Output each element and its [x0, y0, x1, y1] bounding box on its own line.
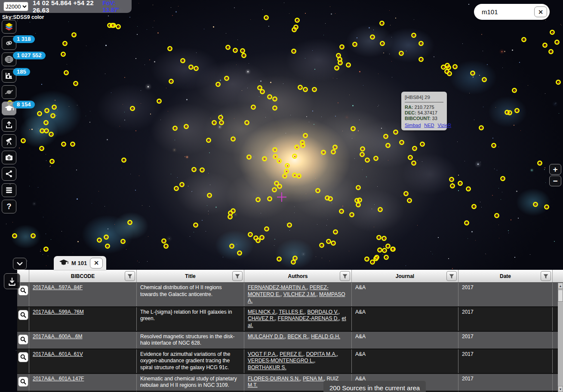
source-marker[interactable]	[291, 259, 296, 265]
source-marker[interactable]	[167, 46, 172, 51]
source-marker[interactable]	[50, 113, 55, 118]
source-marker[interactable]	[505, 110, 510, 115]
source-marker[interactable]	[21, 138, 26, 143]
author-link[interactable]: VERDES-MONTENEGRO L.	[248, 358, 314, 364]
help-button[interactable]: ?	[2, 200, 16, 213]
tab-close-button[interactable]: ✕	[90, 258, 103, 269]
source-marker[interactable]	[273, 154, 278, 159]
source-marker[interactable]	[346, 62, 351, 68]
source-marker[interactable]	[43, 247, 49, 252]
source-marker[interactable]	[321, 150, 326, 155]
source-marker[interactable]	[351, 126, 356, 131]
source-marker[interactable]	[40, 128, 45, 133]
source-marker[interactable]	[537, 161, 542, 166]
scrollbar-thumb[interactable]	[558, 290, 563, 302]
source-marker[interactable]	[550, 30, 555, 35]
source-marker[interactable]	[225, 45, 231, 50]
source-marker[interactable]	[188, 65, 194, 70]
source-marker[interactable]	[411, 33, 416, 38]
source-marker[interactable]	[464, 220, 469, 225]
source-marker[interactable]	[533, 202, 538, 207]
source-marker[interactable]	[418, 57, 424, 62]
source-marker[interactable]	[267, 94, 272, 99]
author-link[interactable]: BECK R.	[287, 333, 308, 340]
source-marker[interactable]	[161, 238, 166, 244]
author-link[interactable]: PEREZ E.	[280, 351, 303, 357]
source-marker[interactable]	[105, 244, 110, 249]
source-marker[interactable]	[403, 191, 409, 196]
source-marker[interactable]	[228, 214, 233, 219]
source-marker[interactable]	[294, 145, 299, 150]
vizier-link[interactable]: VizieR	[438, 123, 452, 128]
source-marker[interactable]	[303, 87, 308, 92]
source-marker[interactable]	[466, 186, 471, 191]
source-marker[interactable]	[360, 146, 365, 151]
source-marker[interactable]	[120, 239, 126, 244]
source-marker[interactable]	[450, 183, 455, 188]
source-marker[interactable]	[380, 41, 385, 46]
source-marker[interactable]	[255, 238, 261, 243]
source-marker[interactable]	[319, 243, 324, 248]
source-marker[interactable]	[328, 196, 333, 201]
table-scrollbar[interactable]: ▲ ▼	[558, 283, 563, 392]
export-table-button[interactable]	[4, 273, 20, 289]
source-marker[interactable]	[104, 235, 109, 240]
source-marker[interactable]	[449, 177, 454, 182]
source-marker[interactable]	[191, 167, 197, 172]
source-marker[interactable]	[390, 247, 395, 252]
source-marker[interactable]	[408, 155, 413, 160]
source-marker[interactable]	[298, 85, 303, 90]
source-marker[interactable]	[207, 193, 212, 198]
source-marker[interactable]	[479, 125, 484, 130]
bibcode-link[interactable]: 2017A&A...597A..84F	[33, 284, 83, 290]
source-marker[interactable]	[169, 79, 174, 84]
source-marker[interactable]	[43, 120, 49, 125]
source-marker[interactable]	[548, 49, 554, 54]
source-marker[interactable]	[212, 120, 217, 125]
source-marker[interactable]	[399, 51, 404, 56]
source-marker[interactable]	[248, 232, 253, 237]
layers-button[interactable]	[2, 20, 16, 34]
source-marker[interactable]	[303, 133, 308, 138]
source-marker[interactable]	[385, 143, 391, 148]
source-marker[interactable]	[163, 244, 169, 249]
source-marker[interactable]	[349, 212, 354, 217]
source-marker[interactable]	[300, 143, 305, 148]
source-marker[interactable]	[333, 229, 338, 235]
author-link[interactable]: DOPITA M.A.	[306, 351, 337, 357]
source-marker[interactable]	[482, 77, 487, 82]
source-marker[interactable]	[194, 66, 199, 71]
ned-link[interactable]: NED	[424, 123, 434, 128]
upload-button[interactable]	[2, 118, 16, 132]
source-marker[interactable]	[377, 247, 382, 253]
source-marker[interactable]	[385, 244, 391, 249]
source-marker[interactable]	[52, 105, 57, 110]
bibcode-link[interactable]: 2017A&A...601A..61V	[33, 351, 83, 357]
source-marker[interactable]	[231, 136, 236, 142]
source-marker[interactable]	[71, 32, 77, 37]
source-marker[interactable]	[206, 138, 211, 143]
filter-bibcode-button[interactable]	[125, 271, 135, 281]
zoom-in-button[interactable]: +	[549, 164, 561, 175]
author-link[interactable]: HEALD G.H.	[311, 333, 340, 340]
source-marker[interactable]	[179, 182, 185, 187]
source-marker[interactable]	[285, 163, 290, 168]
author-link[interactable]: PENA M.	[303, 376, 324, 382]
source-marker[interactable]	[255, 197, 261, 202]
source-marker[interactable]	[282, 173, 287, 179]
source-marker[interactable]	[251, 105, 256, 110]
source-marker[interactable]	[264, 226, 269, 231]
zoom-to-source-button[interactable]	[18, 334, 28, 345]
bibcode-link[interactable]: 2017A&A...600A...6M	[33, 333, 82, 340]
scroll-down-button[interactable]: ▼	[558, 386, 563, 392]
vizier-catalog-button[interactable]: 1 027 552	[2, 52, 16, 66]
source-marker[interactable]	[267, 196, 272, 201]
source-marker[interactable]	[370, 34, 375, 40]
author-link[interactable]: VILCHEZ J.M.	[283, 291, 317, 297]
source-marker[interactable]	[277, 256, 282, 262]
simbad-link[interactable]: Simbad	[405, 123, 421, 128]
source-marker[interactable]	[116, 24, 121, 29]
filter-journal-button[interactable]	[446, 271, 457, 281]
source-marker[interactable]	[277, 158, 282, 164]
source-marker[interactable]	[452, 64, 458, 69]
